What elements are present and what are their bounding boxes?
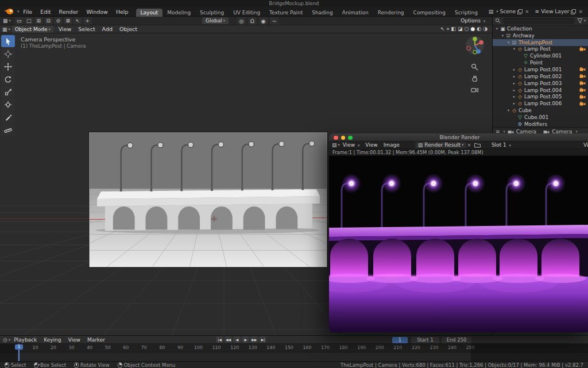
camera-restrict-icon[interactable] (579, 80, 586, 86)
shading-material-icon[interactable]: ◐ (477, 26, 481, 32)
maximize-window-button[interactable] (348, 136, 353, 140)
camera-view-icon[interactable] (471, 86, 478, 94)
outliner-row[interactable]: ▸ ◇ Lamp Post.006 (493, 100, 588, 107)
falloff-icon[interactable]: ~ (270, 17, 278, 25)
new-scene-icon[interactable] (517, 9, 523, 14)
menubar-menu[interactable]: Render (55, 9, 83, 15)
new-layer-icon[interactable] (571, 9, 576, 14)
mode-intersect-icon[interactable]: ⊠ (64, 17, 72, 25)
outliner-search-input[interactable] (503, 18, 575, 24)
rotate-tool[interactable] (1, 73, 15, 85)
snap-target-icon[interactable]: ◎ (237, 17, 246, 25)
scene-selector[interactable]: Scene (500, 9, 516, 14)
unlink-image-icon[interactable]: × (466, 142, 472, 148)
timeline-menu[interactable]: View (65, 337, 84, 343)
shading-solid-icon[interactable]: ● (470, 26, 475, 32)
timeline-editor-icon[interactable]: ◷ (3, 337, 7, 343)
display-mode-select[interactable]: View ▾ (340, 142, 363, 148)
view-layer-selector[interactable]: View Layer (541, 9, 569, 14)
cursor-tool-icon[interactable]: + (83, 17, 92, 25)
outliner-row[interactable]: ▽ Cylinder.001 (493, 52, 588, 59)
slot-select[interactable]: Slot 1 ▾ (489, 142, 514, 148)
outliner-row[interactable]: ▾ ▣ Collection (493, 25, 588, 32)
transport-button[interactable]: ▶| (259, 336, 266, 343)
close-window-button[interactable] (334, 136, 338, 140)
viewport-menu[interactable]: View (55, 26, 75, 32)
transport-button[interactable]: ◀ (233, 336, 241, 343)
workspace-tab[interactable]: Scripting (450, 9, 482, 17)
transport-button[interactable]: ▶▶ (250, 336, 258, 343)
viewport-editor-icon[interactable]: ▦ (2, 26, 7, 32)
camera-restrict-icon[interactable] (579, 101, 586, 106)
transport-button[interactable]: ◀◀ (225, 336, 232, 343)
cursor-tool[interactable] (1, 48, 15, 60)
image-editor-menu[interactable]: View (362, 142, 380, 148)
timeline-menu[interactable]: Marker (84, 337, 109, 343)
frame-end-field[interactable]: End250 (442, 337, 471, 343)
transport-button[interactable]: |◀ (216, 336, 223, 343)
open-image-icon[interactable] (474, 143, 481, 148)
expander-icon[interactable]: ▸ (512, 74, 517, 79)
annotate-tool[interactable] (1, 111, 15, 123)
shading-rendered-icon[interactable]: ◑ (483, 26, 488, 32)
viewport-menu[interactable]: Object (116, 26, 141, 32)
expander-icon[interactable]: ▸ (512, 94, 517, 99)
scale-tool[interactable] (1, 86, 15, 98)
workspace-tab[interactable]: Layout (136, 9, 163, 17)
workspace-tab[interactable]: Animation (338, 9, 373, 17)
minimize-window-button[interactable] (341, 136, 346, 140)
workspace-tab[interactable]: Sculpting (195, 9, 229, 17)
pan-hand-icon[interactable] (471, 75, 478, 82)
render-window-titlebar[interactable]: Blender Render (329, 133, 588, 141)
close-icon[interactable]: × (524, 9, 530, 14)
timeline-menu[interactable]: Playback (10, 337, 40, 343)
measure-tool[interactable] (1, 124, 15, 136)
editor-type-icon[interactable]: ▦ (3, 18, 8, 24)
gizmos-icon[interactable]: ⌖ (446, 26, 449, 32)
viewport-menu[interactable]: Select (75, 26, 98, 32)
search-icon[interactable] (495, 18, 501, 24)
close-icon[interactable]: × (578, 9, 583, 14)
camera-restrict-icon[interactable] (579, 87, 586, 93)
outliner-row[interactable]: ▾ ☑ Archway (493, 32, 588, 39)
mode-invert-icon[interactable]: ⊘ (54, 17, 63, 25)
outliner-row[interactable]: ▸ ◇ Lamp Post.004 (493, 87, 588, 94)
workspace-tab[interactable]: Rendering (373, 9, 409, 17)
select-box-tool[interactable] (1, 35, 15, 47)
transform-orientation-select[interactable]: Global ▾ (202, 17, 229, 24)
navigation-gizmo[interactable] (465, 36, 485, 55)
outliner-row[interactable]: ▸ ◇ Lamp Post.003 (493, 80, 588, 87)
expander-icon[interactable]: ▾ (506, 40, 511, 45)
current-frame-field[interactable]: 1 (392, 337, 408, 343)
image-select[interactable]: ▨ Render Result ▾ (415, 142, 467, 148)
camera-restrict-icon[interactable] (579, 47, 586, 52)
viewport-menu[interactable]: Add (99, 26, 116, 32)
mode-select[interactable]: Object Mode ▾ (12, 26, 53, 33)
outliner-row[interactable]: ⚙ Modifiers (493, 121, 588, 128)
magnet-icon[interactable]: Ω (248, 17, 257, 25)
outliner-row[interactable]: ☼ Point (493, 59, 588, 66)
workspace-tab[interactable]: Shading (307, 9, 338, 17)
filter-icon[interactable] (577, 18, 583, 24)
expander-icon[interactable]: ▸ (512, 67, 517, 72)
expander-icon[interactable]: ▾ (512, 47, 517, 51)
expander-icon[interactable]: ▸ (512, 101, 517, 106)
workspace-tab[interactable]: Texture Paint (265, 9, 307, 17)
select-box-icon[interactable]: ▭ (15, 17, 24, 25)
proportional-icon[interactable]: ◉ (259, 17, 268, 25)
mode-new-icon[interactable]: □ (25, 17, 33, 25)
frame-start-field[interactable]: Start1 (411, 337, 439, 343)
camera-frame[interactable] (89, 132, 327, 267)
outliner-row[interactable]: ▾ ☑ TheLampPost (493, 39, 588, 46)
expander-icon[interactable]: ▸ (512, 81, 517, 86)
camera-restrict-icon[interactable] (579, 94, 586, 99)
blender-logo-icon[interactable] (3, 8, 14, 15)
tweak-icon[interactable]: ↖ (74, 17, 82, 25)
move-tool[interactable] (1, 60, 15, 72)
camera-restrict-icon[interactable] (579, 67, 586, 72)
workspace-tab[interactable]: Compositing (409, 9, 450, 17)
outliner-row[interactable]: ▾ ◇ Cube (493, 107, 588, 114)
xray-icon[interactable]: ◪ (458, 26, 463, 32)
menubar-menu[interactable]: Window (82, 9, 111, 15)
options-dropdown[interactable]: Options ▾ (461, 18, 485, 24)
